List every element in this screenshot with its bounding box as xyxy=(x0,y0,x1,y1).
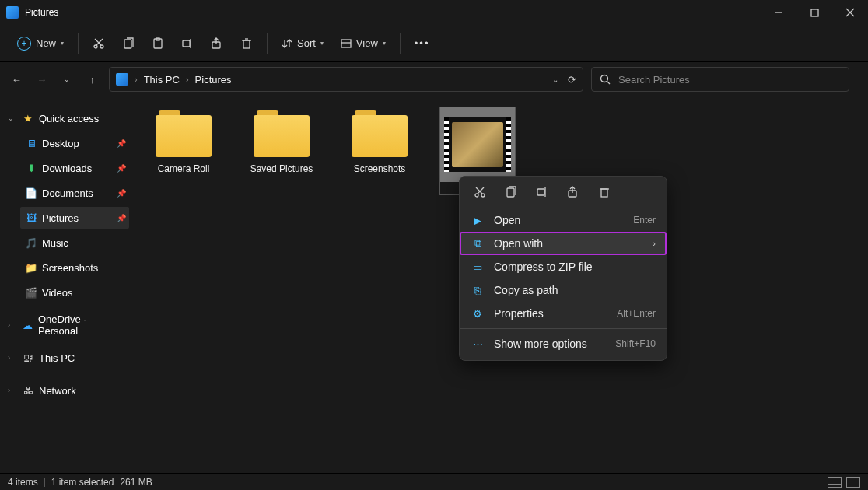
ctx-delete-icon[interactable] xyxy=(597,186,612,201)
details-view-button[interactable] xyxy=(828,477,842,488)
svg-rect-17 xyxy=(341,40,351,47)
folder-camera-roll[interactable]: Camera Roll xyxy=(146,107,221,174)
sidebar-item-label: Network xyxy=(39,385,76,397)
delete-button[interactable] xyxy=(234,33,259,54)
pictures-icon xyxy=(116,73,128,86)
close-button[interactable] xyxy=(832,0,868,25)
openwith-icon: ⧉ xyxy=(471,237,485,250)
ctx-label: Copy as path xyxy=(494,284,656,296)
share-button[interactable] xyxy=(205,33,229,54)
address-bar[interactable]: › This PC › Pictures ⌄ ⟳ xyxy=(109,67,583,92)
up-button[interactable]: ↑ xyxy=(84,74,102,86)
ctx-label: Properties xyxy=(494,307,607,320)
minimize-button[interactable] xyxy=(761,0,796,25)
status-size: 261 MB xyxy=(120,477,152,488)
new-label: New xyxy=(36,37,56,49)
item-label: Camera Roll xyxy=(146,163,221,174)
sidebar-item-label: Desktop xyxy=(42,138,79,149)
svg-rect-11 xyxy=(183,40,190,47)
sidebar-item-label: Downloads xyxy=(42,163,92,174)
context-menu: ▶OpenEnter ⧉Open with› ▭Compress to ZIP … xyxy=(459,176,667,361)
sidebar-network[interactable]: ›🖧Network xyxy=(3,380,129,401)
sidebar-item-label: Music xyxy=(42,237,68,249)
sidebar-item-label: Pictures xyxy=(42,212,79,224)
ctx-share-icon[interactable] xyxy=(565,186,581,201)
sidebar-item-label: Videos xyxy=(42,287,73,299)
chevron-right-icon: › xyxy=(135,75,138,84)
ctx-open[interactable]: ▶OpenEnter xyxy=(460,208,667,232)
ctx-open-with[interactable]: ⧉Open with› xyxy=(460,232,667,255)
ctx-copy-icon[interactable] xyxy=(503,186,519,201)
ctx-rename-icon[interactable] xyxy=(534,186,550,201)
paste-button[interactable] xyxy=(145,33,170,54)
pin-icon: 📌 xyxy=(117,189,126,198)
sidebar-item-pictures[interactable]: 🖼Pictures📌 xyxy=(20,207,129,229)
rename-button[interactable] xyxy=(175,33,200,54)
svg-point-22 xyxy=(481,194,485,197)
quick-access[interactable]: ⌄★Quick access xyxy=(3,107,129,129)
sidebar-item-videos[interactable]: 🎬Videos xyxy=(20,282,129,303)
new-button[interactable]: +New▾ xyxy=(11,32,70,55)
window-title: Pictures xyxy=(25,7,761,18)
folder-screenshots[interactable]: Screenshots xyxy=(342,107,417,174)
svg-point-4 xyxy=(94,45,97,48)
sidebar-item-music[interactable]: 🎵Music xyxy=(20,232,129,254)
ctx-cut-icon[interactable] xyxy=(472,186,488,201)
sidebar-item-downloads[interactable]: ⬇Downloads📌 xyxy=(20,157,129,179)
ctx-shortcut: Alt+Enter xyxy=(617,308,656,319)
more-button[interactable]: ••• xyxy=(408,33,436,54)
ctx-shortcut: Shift+F10 xyxy=(615,338,656,349)
pin-icon: 📌 xyxy=(117,139,126,148)
svg-point-5 xyxy=(100,45,103,48)
thumbnail-view-button[interactable] xyxy=(846,477,860,488)
copy-button[interactable] xyxy=(116,33,141,54)
status-selected: 1 item selected xyxy=(51,477,114,488)
svg-rect-25 xyxy=(507,188,514,197)
refresh-button[interactable]: ⟳ xyxy=(568,74,576,86)
svg-rect-26 xyxy=(537,189,544,195)
pin-icon: 📌 xyxy=(117,214,126,222)
crumb-thispc[interactable]: This PC xyxy=(144,74,180,86)
search-input[interactable]: Search Pictures xyxy=(591,67,849,92)
back-button[interactable]: ← xyxy=(8,74,26,86)
folder-saved-pictures[interactable]: Saved Pictures xyxy=(244,107,319,174)
cut-button[interactable] xyxy=(86,33,111,54)
search-icon xyxy=(600,74,611,85)
ctx-properties[interactable]: ⚙PropertiesAlt+Enter xyxy=(460,302,667,325)
sidebar-item-desktop[interactable]: 🖥Desktop📌 xyxy=(20,132,129,154)
ctx-label: Open xyxy=(494,214,624,226)
maximize-button[interactable] xyxy=(796,0,832,25)
forward-button[interactable]: → xyxy=(33,74,51,86)
sidebar-thispc[interactable]: ›🖳This PC xyxy=(3,347,129,369)
item-label: Saved Pictures xyxy=(244,163,319,174)
ctx-label: Show more options xyxy=(494,338,606,350)
pin-icon: 📌 xyxy=(117,164,126,173)
svg-rect-14 xyxy=(243,40,250,48)
app-icon xyxy=(6,6,19,19)
addr-chevron-down-icon[interactable]: ⌄ xyxy=(552,75,558,84)
item-label: Screenshots xyxy=(342,163,417,174)
navigation-row: ← → ⌄ ↑ › This PC › Pictures ⌄ ⟳ Search … xyxy=(0,62,868,96)
svg-rect-29 xyxy=(601,189,607,197)
ctx-copypath[interactable]: ⎘Copy as path xyxy=(460,278,667,302)
crumb-pictures[interactable]: Pictures xyxy=(195,74,232,86)
sidebar-onedrive[interactable]: ›☁OneDrive - Personal xyxy=(3,314,129,336)
recent-button[interactable]: ⌄ xyxy=(58,75,76,83)
sidebar-item-label: This PC xyxy=(39,352,75,364)
properties-icon: ⚙ xyxy=(471,308,485,320)
ctx-show-more[interactable]: ⋯Show more optionsShift+F10 xyxy=(460,332,667,355)
sidebar-item-documents[interactable]: 📄Documents📌 xyxy=(20,182,129,204)
status-bar: 4 items 1 item selected 261 MB xyxy=(0,473,868,490)
sidebar: ⌄★Quick access 🖥Desktop📌 ⬇Downloads📌 📄Do… xyxy=(0,96,132,474)
sidebar-item-label: OneDrive - Personal xyxy=(38,313,126,337)
open-icon: ▶ xyxy=(471,215,485,226)
chevron-right-icon: › xyxy=(186,75,189,84)
toolbar: +New▾ Sort▾ View▾ ••• xyxy=(0,25,868,62)
view-button[interactable]: View▾ xyxy=(334,33,392,54)
svg-rect-1 xyxy=(811,9,818,16)
sort-button[interactable]: Sort▾ xyxy=(275,33,330,54)
zip-icon: ▭ xyxy=(471,261,485,273)
ctx-label: Open with xyxy=(494,237,643,250)
sidebar-item-screenshots[interactable]: 📁Screenshots xyxy=(20,257,129,278)
ctx-compress[interactable]: ▭Compress to ZIP file xyxy=(460,255,667,278)
